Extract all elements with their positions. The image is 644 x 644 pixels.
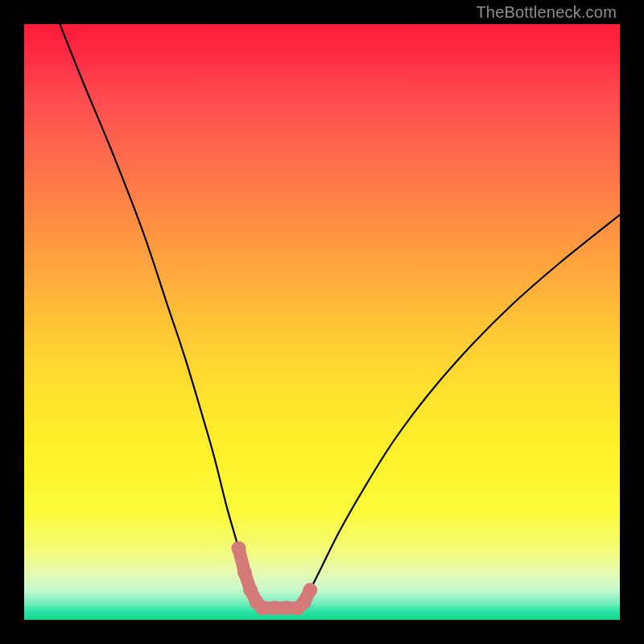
chart-frame: TheBottleneck.com xyxy=(0,0,644,644)
curve-layer xyxy=(24,24,620,620)
bottom-marker-dot xyxy=(237,565,252,580)
bottom-marker-dot xyxy=(231,541,246,555)
bottom-marker-dot xyxy=(303,583,317,597)
bottleneck-curve-path xyxy=(60,24,620,609)
bottom-marker-group xyxy=(231,541,317,615)
plot-area xyxy=(24,24,620,620)
watermark-text: TheBottleneck.com xyxy=(476,3,617,22)
